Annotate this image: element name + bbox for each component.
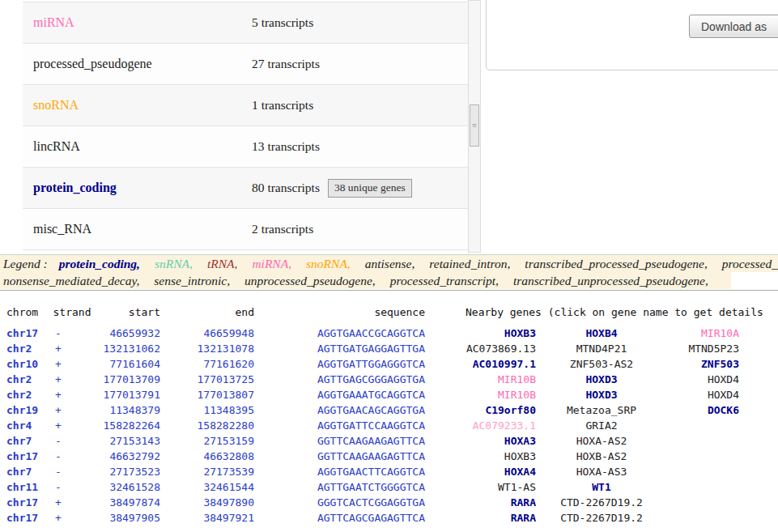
gene-link[interactable]: MIR10B [437, 372, 544, 387]
page: miRNA5 transcriptsprocessed_pseudogene27… [0, 0, 778, 532]
result-row: chr7-2715314327153159GGTTCAAGAAGAGTTCAHO… [0, 433, 778, 449]
gene-link[interactable]: HOXA4 [437, 464, 544, 479]
cell-end: 46632808 [172, 449, 266, 464]
gene-link[interactable]: HOXB-AS2 [544, 449, 659, 464]
transcript-row: processed_pseudogene27 transcripts [23, 44, 468, 85]
transcript-table: miRNA5 transcriptsprocessed_pseudogene27… [23, 2, 468, 250]
legend: Legend :protein_coding,snRNA,tRNA,miRNA,… [0, 254, 778, 291]
gene-link[interactable]: HOXB3 [437, 449, 544, 464]
legend-item[interactable]: retained_intron, [429, 257, 510, 270]
cell-chrom: chr11 [0, 479, 47, 495]
cell-chrom: chr2 [0, 387, 47, 402]
gene-link[interactable]: WT1-AS [437, 479, 544, 495]
cell-end: 27173539 [172, 464, 266, 479]
cell-sequence: AGGTGAACTTCAGGTCA [266, 464, 437, 479]
gene-link[interactable]: HOXD3 [544, 372, 659, 387]
legend-item[interactable]: miRNA, [252, 257, 291, 270]
gene-link[interactable]: C19orf80 [437, 402, 544, 418]
cell-strand: + [47, 510, 97, 526]
transcript-type-label[interactable]: processed_pseudogene [23, 57, 252, 71]
gene-link[interactable]: HOXD4 [659, 372, 778, 387]
scrollbar-track[interactable]: ≡ [468, 0, 481, 253]
gene-link[interactable]: HOXB3 [437, 326, 544, 341]
cell-end: 11348395 [172, 402, 266, 418]
cell-strand: - [47, 326, 97, 341]
legend-item[interactable]: tRNA, [207, 257, 237, 270]
download-button[interactable]: Download as [689, 15, 778, 38]
transcript-count-wrap: 80 transcripts38 unique genes [252, 179, 412, 198]
gene-link[interactable]: HOXD4 [659, 387, 778, 402]
legend-item[interactable]: nonsense_mediated_decay, [3, 274, 139, 287]
cell-sequence: GGTTCAAGAAGAGTTCA [266, 449, 437, 464]
gene-link[interactable]: MTND5P23 [659, 341, 778, 356]
result-row: chr2+177013791177013807AGGTGAAATGCAGGTCA… [0, 387, 778, 402]
gene-link[interactable]: ZNF503 [659, 356, 778, 372]
gene-link[interactable]: HOXA-AS3 [544, 464, 659, 479]
cell-end: 46659948 [172, 326, 266, 341]
transcript-type-label[interactable]: snoRNA [23, 98, 252, 113]
gene-empty [659, 418, 778, 433]
cell-end: 38497890 [172, 495, 266, 510]
gene-link[interactable]: MTND4P21 [544, 341, 659, 356]
transcript-count: 13 transcripts [252, 139, 320, 154]
gene-link[interactable]: HOXA-AS2 [544, 433, 659, 449]
legend-item[interactable]: processed_ [722, 257, 778, 270]
gene-link[interactable]: HOXD3 [544, 387, 659, 402]
gene-link[interactable]: AC079233.1 [437, 418, 544, 433]
cell-chrom: chr7 [0, 433, 47, 449]
transcript-count: 27 transcripts [252, 57, 320, 71]
gene-link[interactable]: AC073869.13 [437, 341, 544, 356]
cell-chrom: chr17 [0, 510, 47, 526]
gene-link[interactable]: CTD-2267D19.2 [544, 495, 659, 510]
gene-link[interactable]: HOXB4 [544, 326, 659, 341]
gene-link[interactable]: MIR10B [437, 387, 544, 402]
cell-sequence: AGGTGATTGGAGGGTCA [266, 356, 437, 372]
transcript-count-wrap: 1 transcripts [252, 98, 313, 113]
cell-sequence: GGTTCAAGAAGAGTTCA [266, 433, 437, 449]
legend-line-1: Legend :protein_coding,snRNA,tRNA,miRNA,… [0, 255, 778, 272]
scrollbar-handle[interactable]: ≡ [470, 104, 479, 147]
legend-item[interactable]: snoRNA, [306, 257, 351, 270]
gene-link[interactable]: GRIA2 [544, 418, 659, 433]
legend-item[interactable]: antisense, [365, 257, 415, 270]
transcript-type-label[interactable]: miRNA [23, 15, 252, 30]
transcript-row: lincRNA13 transcripts [23, 126, 468, 168]
result-row: chr17+3849790538497921AGTTCAGCGAGAGTTCAR… [0, 510, 778, 526]
cell-sequence: AGGTGATTCCAAGGTCA [266, 418, 437, 433]
gene-empty [659, 464, 778, 479]
gene-link[interactable]: RARA [437, 510, 544, 526]
legend-item[interactable]: snRNA, [155, 257, 193, 270]
results-table: chrom strand start end sequence Nearby g… [0, 298, 778, 526]
result-row: chr17+3849787438497890GGGTCACTCGGAGGTGAR… [0, 495, 778, 510]
gene-link[interactable]: WT1 [544, 479, 659, 495]
legend-item[interactable]: protein_coding, [59, 257, 140, 270]
gene-link[interactable]: RARA [437, 495, 544, 510]
legend-title: Legend : [3, 257, 48, 270]
gene-link[interactable]: CTD-2267D19.2 [544, 510, 659, 526]
cell-end: 177013807 [172, 387, 266, 402]
unique-genes-badge[interactable]: 38 unique genes [328, 179, 412, 198]
cell-end: 177013725 [172, 372, 266, 387]
gene-link[interactable]: MIR10A [659, 326, 778, 341]
transcript-type-label[interactable]: lincRNA [23, 139, 252, 154]
legend-item[interactable]: processed_transcript, [390, 274, 499, 287]
transcript-type-label[interactable]: misc_RNA [23, 222, 252, 236]
scroll-grip-icon: ≡ [472, 121, 477, 130]
legend-item[interactable]: sense_intronic, [154, 274, 230, 287]
gene-link[interactable]: HOXA3 [437, 433, 544, 449]
cell-strand: + [47, 402, 97, 418]
legend-item[interactable]: transcribed_processed_pseudogene, [525, 257, 707, 270]
cell-sequence: AGTTGATGAGGAGTTGA [266, 341, 437, 356]
gene-link[interactable]: DOCK6 [659, 402, 778, 418]
legend-item[interactable]: transcribed_unprocessed_pseudogene, [513, 274, 708, 287]
cell-strand: + [47, 495, 97, 510]
gene-link[interactable]: AC010997.1 [437, 356, 544, 372]
transcript-row: misc_RNA2 transcripts [23, 209, 468, 250]
gene-link[interactable]: Metazoa_SRP [544, 402, 659, 418]
legend-item[interactable]: unprocessed_pseudogene, [244, 274, 376, 287]
cell-end: 132131078 [172, 341, 266, 356]
transcript-row: protein_coding80 transcripts38 unique ge… [23, 168, 468, 209]
gene-link[interactable]: ZNF503-AS2 [544, 356, 659, 372]
cell-start: 38497874 [97, 495, 172, 510]
transcript-type-label[interactable]: protein_coding [23, 181, 252, 195]
